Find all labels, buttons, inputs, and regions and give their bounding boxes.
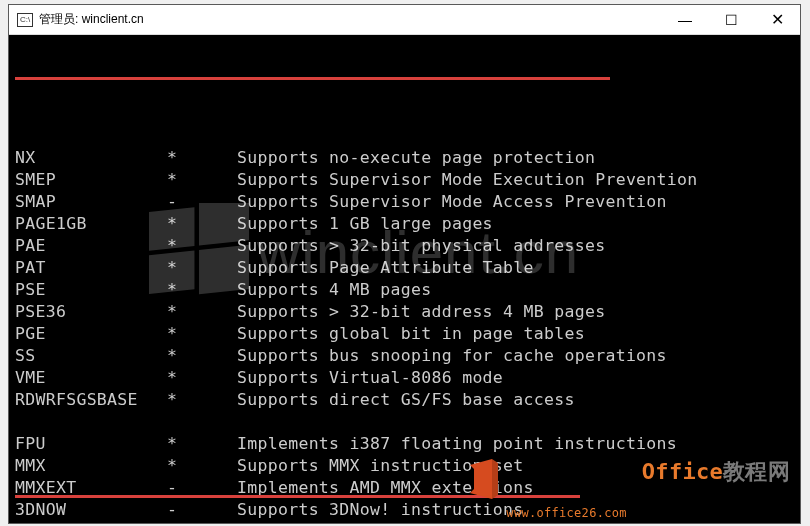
highlight-line-2 [15, 495, 580, 498]
feature-flag: * [167, 455, 237, 477]
feature-desc: Supports bus snooping for cache operatio… [237, 345, 800, 367]
feature-desc: Supports MMX instruction set [237, 455, 800, 477]
maximize-button[interactable]: ☐ [708, 5, 754, 34]
feature-key: PAGE1GB [15, 213, 167, 235]
feature-desc: Supports global bit in page tables [237, 323, 800, 345]
feature-flag: * [167, 213, 237, 235]
feature-flag: * [167, 147, 237, 169]
feature-flag: * [167, 169, 237, 191]
terminal-output[interactable]: winclient.cn NX*Supports no-execute page… [9, 35, 800, 523]
feature-desc: Supports > 32-bit address 4 MB pages [237, 301, 800, 323]
feature-key: VME [15, 367, 167, 389]
feature-flag: * [167, 235, 237, 257]
app-window: C:\ 管理员: winclient.cn — ☐ ✕ winclient.cn… [8, 4, 801, 524]
feature-desc: Supports Page Attribute Table [237, 257, 800, 279]
table-row: NX*Supports no-execute page protection [15, 147, 800, 169]
feature-flag: - [167, 191, 237, 213]
table-row: PAGE1GB*Supports 1 GB large pages [15, 213, 800, 235]
feature-key: SMEP [15, 169, 167, 191]
table-row: PAT*Supports Page Attribute Table [15, 257, 800, 279]
feature-key: 3DNOW [15, 499, 167, 521]
feature-flag: - [167, 499, 237, 521]
table-row: SMEP*Supports Supervisor Mode Execution … [15, 169, 800, 191]
feature-key: PGE [15, 323, 167, 345]
feature-key: MMX [15, 455, 167, 477]
feature-key: PAT [15, 257, 167, 279]
window-title: 管理员: winclient.cn [39, 11, 144, 28]
feature-desc: Supports 3DNow! extension instructions [237, 521, 800, 523]
feature-desc: Supports Virtual-8086 mode [237, 367, 800, 389]
feature-flag: - [167, 521, 237, 523]
table-row: PSE*Supports 4 MB pages [15, 279, 800, 301]
feature-key: NX [15, 147, 167, 169]
feature-key: SMAP [15, 191, 167, 213]
feature-flag: * [167, 367, 237, 389]
feature-desc: Supports > 32-bit physical addresses [237, 235, 800, 257]
feature-key: RDWRFSGSBASE [15, 389, 167, 411]
table-row: FPU*Implements i387 floating point instr… [15, 433, 800, 455]
feature-desc: Supports Supervisor Mode Access Preventi… [237, 191, 800, 213]
table-row: SS*Supports bus snooping for cache opera… [15, 345, 800, 367]
table-row: VME*Supports Virtual-8086 mode [15, 367, 800, 389]
close-button[interactable]: ✕ [754, 5, 800, 34]
table-row: PAE*Supports > 32-bit physical addresses [15, 235, 800, 257]
minimize-button[interactable]: — [662, 5, 708, 34]
feature-key: PSE36 [15, 301, 167, 323]
feature-desc: Supports direct GS/FS base access [237, 389, 800, 411]
feature-flag: * [167, 433, 237, 455]
feature-key: PSE [15, 279, 167, 301]
feature-flag: * [167, 389, 237, 411]
table-row: 3DNOW-Supports 3DNow! instructions [15, 499, 800, 521]
feature-desc: Supports Supervisor Mode Execution Preve… [237, 169, 800, 191]
feature-desc: Supports 3DNow! instructions [237, 499, 800, 521]
feature-flag: * [167, 323, 237, 345]
feature-key: PAE [15, 235, 167, 257]
feature-desc: Supports no-execute page protection [237, 147, 800, 169]
feature-flag: * [167, 345, 237, 367]
feature-desc: Supports 4 MB pages [237, 279, 800, 301]
window-controls: — ☐ ✕ [662, 5, 800, 34]
feature-key: SS [15, 345, 167, 367]
feature-key: FPU [15, 433, 167, 455]
feature-key: 3DNOWEXT [15, 521, 167, 523]
table-row: PSE36*Supports > 32-bit address 4 MB pag… [15, 301, 800, 323]
table-row [15, 125, 800, 147]
feature-desc: Supports 1 GB large pages [237, 213, 800, 235]
table-row: MMX*Supports MMX instruction set [15, 455, 800, 477]
titlebar[interactable]: C:\ 管理员: winclient.cn — ☐ ✕ [9, 5, 800, 35]
table-row [15, 411, 800, 433]
feature-flag: * [167, 279, 237, 301]
cmd-icon: C:\ [17, 13, 33, 27]
highlight-line-1 [15, 77, 610, 80]
table-row: SMAP-Supports Supervisor Mode Access Pre… [15, 191, 800, 213]
feature-flag: * [167, 257, 237, 279]
feature-desc: Implements i387 floating point instructi… [237, 433, 800, 455]
table-row: 3DNOWEXT-Supports 3DNow! extension instr… [15, 521, 800, 523]
table-row: RDWRFSGSBASE*Supports direct GS/FS base … [15, 389, 800, 411]
table-row: PGE*Supports global bit in page tables [15, 323, 800, 345]
feature-flag: * [167, 301, 237, 323]
